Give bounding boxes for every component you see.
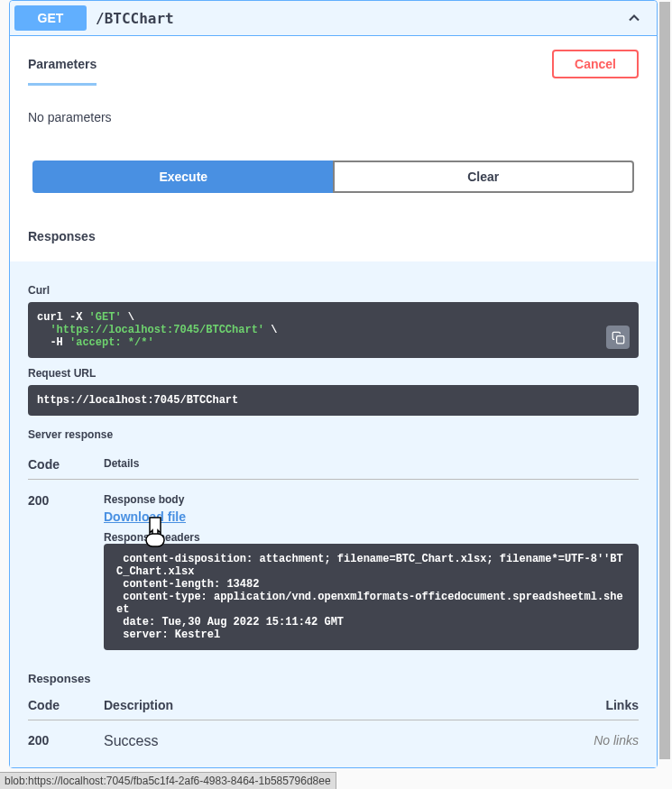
- parameters-tab[interactable]: Parameters: [28, 57, 97, 86]
- response-table-header: Code Details: [28, 446, 639, 480]
- response-code2: 200: [28, 733, 104, 749]
- opblock-body: Parameters Cancel No parameters Execute …: [10, 36, 657, 767]
- copy-button[interactable]: [606, 326, 630, 349]
- success-row: 200 Success No links: [28, 720, 639, 749]
- code-header2: Code: [28, 698, 104, 712]
- scrollbar-thumb[interactable]: [659, 2, 670, 759]
- curl-label: Curl: [28, 284, 639, 297]
- response-code: 200: [28, 493, 104, 650]
- opblock-summary[interactable]: GET /BTCChart: [10, 1, 657, 36]
- responses-detail: Curl curl -X 'GET' \ 'https://localhost:…: [10, 261, 657, 767]
- success-text: Success: [104, 733, 594, 749]
- chevron-up-icon: [625, 9, 643, 27]
- request-url-label: Request URL: [28, 367, 639, 380]
- svg-rect-0: [616, 335, 623, 343]
- links-header: Links: [605, 698, 639, 712]
- code-header: Code: [28, 457, 104, 472]
- response-details: Response body Download file Response hea…: [104, 493, 639, 650]
- opblock-get: GET /BTCChart Parameters Cancel No param…: [9, 0, 658, 768]
- response-headers-label: Response headers: [104, 531, 639, 544]
- responses-header-section: Responses: [10, 211, 657, 261]
- scrollbar-track[interactable]: [659, 2, 670, 789]
- curl-block: curl -X 'GET' \ 'https://localhost:7045/…: [28, 302, 639, 358]
- nolinks-text: No links: [594, 733, 639, 749]
- responses-header: Responses: [28, 229, 639, 243]
- cancel-button[interactable]: Cancel: [552, 50, 639, 78]
- endpoint-path: /BTCChart: [96, 10, 625, 27]
- status-bar: blob:https://localhost:7045/fba5c1f4-2af…: [0, 772, 336, 789]
- request-url-block: https://localhost:7045/BTCChart: [28, 385, 639, 416]
- parameters-content: No parameters: [10, 92, 657, 142]
- server-response-label: Server response: [28, 428, 639, 441]
- method-badge: GET: [14, 5, 87, 31]
- response-headers-block: content-disposition: attachment; filenam…: [104, 544, 639, 650]
- description-header: Description: [104, 698, 605, 712]
- parameters-header: Parameters Cancel: [10, 36, 657, 92]
- clear-button[interactable]: Clear: [333, 161, 635, 193]
- response-body-label: Response body: [104, 493, 639, 506]
- download-file-link[interactable]: Download file: [104, 509, 186, 524]
- details-header: Details: [104, 457, 639, 472]
- execute-button[interactable]: Execute: [32, 161, 333, 193]
- responses-schema-section: Responses Code Description Links 200 Suc…: [28, 650, 639, 749]
- response-row: 200 Response body Download file Response…: [28, 480, 639, 650]
- responses2-label: Responses: [28, 672, 639, 685]
- button-row: Execute Clear: [10, 142, 657, 211]
- desc-header-row: Code Description Links: [28, 691, 639, 720]
